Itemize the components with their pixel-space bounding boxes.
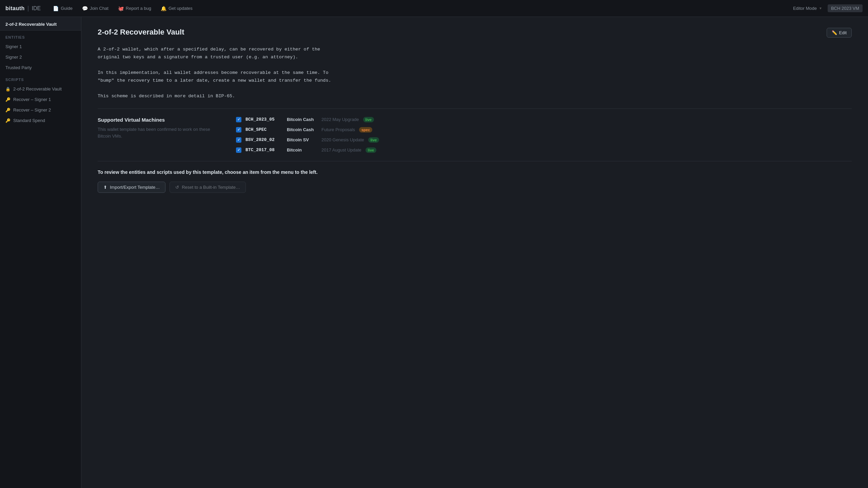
vm-id: BTC_2017_08 [245,147,283,152]
nav-guide-label: Guide [61,6,73,11]
vm-row: BCH_2023_05Bitcoin Cash2022 May Upgradel… [236,117,852,122]
main-content: 2-of-2 Recoverable Vault ✏️ Edit A 2-of-… [81,17,868,488]
action-buttons: ⬆ Import/Export Template… ↺ Reset to a B… [98,182,852,193]
header-right: Editor Mode ▼ BCH 2023 VM [793,4,863,12]
nav-report-bug[interactable]: 🐙 Report a bug [114,4,155,13]
sidebar: 2-of-2 Recoverable Vault ENTITIES Signer… [0,17,81,488]
header-nav: 📄 Guide 💬 Join Chat 🐙 Report a bug 🔔 Get… [49,4,793,13]
entities-section-label: ENTITIES [0,30,81,41]
sidebar-item-signer1-label: Signer 1 [5,44,22,49]
sidebar-item-signer2-label: Signer 2 [5,55,22,60]
vm-id: BCH_SPEC [245,127,283,132]
sidebar-item-recover-signer2-label: Recover – Signer 2 [13,107,51,113]
vm-checkbox[interactable] [236,127,241,133]
editor-mode-dropdown[interactable]: Editor Mode ▼ [793,6,822,11]
vm-checkbox[interactable] [236,117,241,122]
vm-name: Bitcoin Cash [287,127,317,132]
vm-name: Bitcoin [287,147,317,152]
page-header: 2-of-2 Recoverable Vault ✏️ Edit [98,28,852,38]
vm-id: BSV_2020_02 [245,137,283,142]
vm-row: BSV_2020_02Bitcoin SV2020 Genesis Update… [236,137,852,143]
brand-pipe: | [27,5,29,12]
brand-ide: IDE [32,5,41,12]
editor-mode-label: Editor Mode [793,6,817,11]
scripts-section-label: SCRIPTS [0,73,81,84]
import-export-button[interactable]: ⬆ Import/Export Template… [98,182,165,193]
key-icon-2: 🔑 [5,108,11,113]
supported-vms-list: BCH_2023_05Bitcoin Cash2022 May Upgradel… [236,117,852,153]
import-label: Import/Export Template… [110,185,160,190]
vm-row: BCH_SPECBitcoin CashFuture Proposalsspec [236,127,852,133]
sidebar-item-vault-label: 2-of-2 Recoverable Vault [13,86,62,92]
sidebar-item-recover-signer1[interactable]: 🔑 Recover – Signer 1 [0,94,81,105]
header: bitauth | IDE 📄 Guide 💬 Join Chat 🐙 Repo… [0,0,868,17]
supported-vms-title: Supported Virtual Machines [98,117,220,123]
sidebar-item-trusted-party-label: Trusted Party [5,65,32,70]
page-title: 2-of-2 Recoverable Vault [98,28,184,37]
edit-button[interactable]: ✏️ Edit [827,28,852,38]
bottom-text: To review the entities and scripts used … [98,169,852,175]
vm-badge-spec: spec [359,127,372,133]
sidebar-item-recover-signer1-label: Recover – Signer 1 [13,97,51,102]
document-icon: 📄 [53,6,59,11]
nav-get-updates[interactable]: 🔔 Get updates [157,4,197,13]
sidebar-item-standard-spend-label: Standard Spend [13,118,45,123]
chat-icon: 💬 [82,6,88,11]
edit-label: Edit [839,30,847,35]
vm-desc: 2020 Genesis Update [321,137,364,142]
pencil-icon: ✏️ [832,30,837,35]
sidebar-item-signer2[interactable]: Signer 2 [0,52,81,62]
nav-join-chat-label: Join Chat [90,6,108,11]
vm-name: Bitcoin SV [287,137,317,142]
supported-vms-section: Supported Virtual Machines This wallet t… [98,117,852,153]
vm-badge: BCH 2023 VM [828,4,863,12]
layout: 2-of-2 Recoverable Vault ENTITIES Signer… [0,17,868,488]
vm-id: BCH_2023_05 [245,117,283,122]
sidebar-item-vault[interactable]: 🔒 2-of-2 Recoverable Vault [0,84,81,94]
vm-checkbox[interactable] [236,137,241,143]
vm-name: Bitcoin Cash [287,117,317,122]
sidebar-item-trusted-party[interactable]: Trusted Party [0,62,81,73]
vm-desc: 2017 August Update [321,147,361,152]
vm-badge-live: live [366,147,376,153]
vm-badge-live: live [368,137,379,143]
sidebar-item-standard-spend[interactable]: 🔑 Standard Spend [0,115,81,126]
vm-desc: 2022 May Upgrade [321,117,359,122]
reset-label: Reset to a Built-in Template… [182,185,240,190]
vm-checkbox[interactable] [236,147,241,153]
reset-button[interactable]: ↺ Reset to a Built-in Template… [170,182,246,193]
bottom-section: To review the entities and scripts used … [98,169,852,193]
vm-desc: Future Proposals [321,127,355,132]
nav-report-bug-label: Report a bug [126,6,151,11]
nav-guide[interactable]: 📄 Guide [49,4,77,13]
key-icon-1: 🔑 [5,97,11,102]
supported-vms-desc: This wallet template has been confirmed … [98,126,220,140]
brand-name: bitauth [5,5,25,12]
nav-join-chat[interactable]: 💬 Join Chat [78,4,113,13]
sidebar-item-recover-signer2[interactable]: 🔑 Recover – Signer 2 [0,105,81,115]
sidebar-item-signer1[interactable]: Signer 1 [0,41,81,52]
supported-vms-left: Supported Virtual Machines This wallet t… [98,117,220,153]
vm-badge-live: live [363,117,374,122]
bell-icon: 🔔 [161,6,166,11]
import-icon: ⬆ [103,185,107,190]
reset-icon: ↺ [175,185,179,190]
brand: bitauth | IDE [5,5,41,12]
description: A 2-of-2 wallet, which after a specified… [98,46,852,100]
nav-get-updates-label: Get updates [169,6,193,11]
key-icon-3: 🔑 [5,118,11,123]
divider-2 [98,161,852,161]
divider-1 [98,108,852,109]
vm-row: BTC_2017_08Bitcoin2017 August Updatelive [236,147,852,153]
lock-icon: 🔒 [5,87,11,92]
chevron-down-icon: ▼ [819,6,822,10]
sidebar-header: 2-of-2 Recoverable Vault [0,17,81,30]
github-icon: 🐙 [118,6,124,11]
